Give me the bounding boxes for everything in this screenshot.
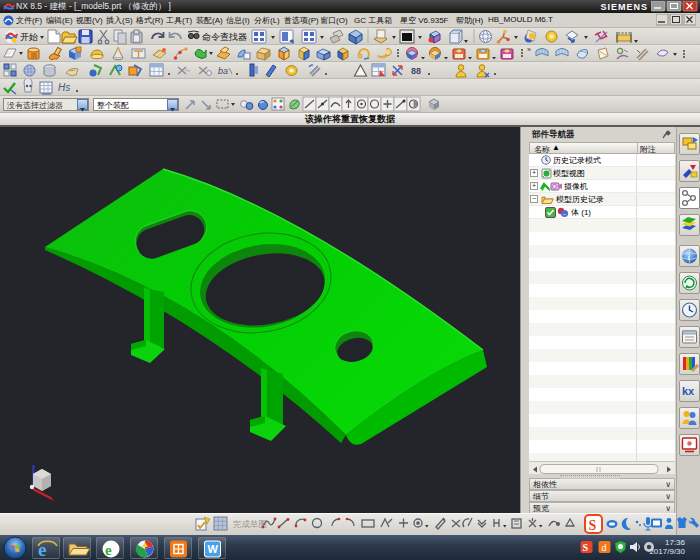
- svg-text:e: e: [105, 542, 112, 558]
- svg-text:d: d: [602, 543, 607, 553]
- svg-text:»: »: [527, 46, 531, 53]
- svg-text:kx: kx: [682, 385, 695, 397]
- svg-text:Hs: Hs: [58, 82, 70, 93]
- svg-text:88: 88: [411, 66, 421, 76]
- svg-text:ba: ba: [218, 66, 228, 76]
- svg-text:S: S: [583, 542, 589, 553]
- svg-text:W: W: [208, 543, 219, 555]
- svg-text:命令查找器: 命令查找器: [202, 32, 247, 42]
- svg-text:开始: 开始: [20, 32, 38, 42]
- svg-text:S: S: [589, 518, 597, 533]
